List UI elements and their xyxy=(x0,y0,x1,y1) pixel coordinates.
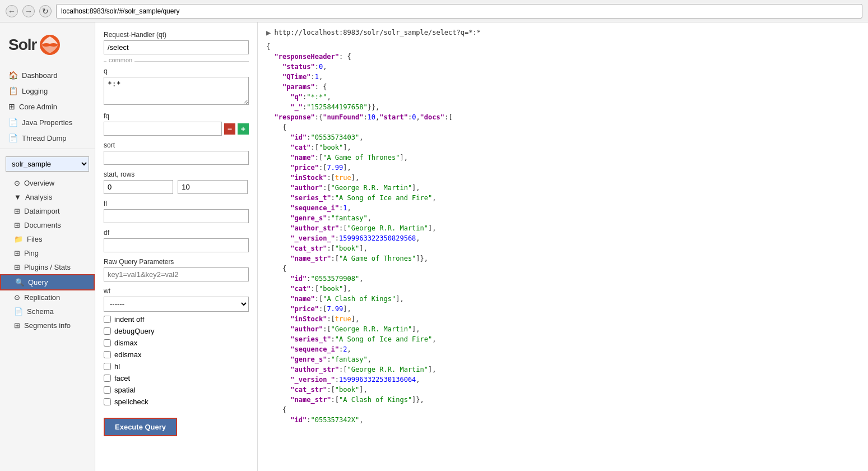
query-form-panel: Request-Handler (qt) common q *:* fq − +… xyxy=(95,22,258,471)
sidebar-item-logging[interactable]: 📋 Logging xyxy=(0,83,95,99)
debugquery-checkbox[interactable] xyxy=(104,327,111,335)
core-nav-plugins-stats[interactable]: ⊞ Plugins / Stats xyxy=(0,260,95,274)
raw-params-input[interactable] xyxy=(104,267,249,281)
facet-checkbox-row: facet xyxy=(104,374,249,382)
sort-label: sort xyxy=(104,141,249,149)
core-nav-documents[interactable]: ⊞ Documents xyxy=(0,218,95,232)
result-url-text: http://localhost:8983/solr/solr_sample/s… xyxy=(274,29,480,36)
hl-checkbox[interactable] xyxy=(104,363,111,370)
core-nav-dataimport[interactable]: ⊞ Dataimport xyxy=(0,204,95,218)
start-rows-row xyxy=(104,180,249,194)
core-nav-ping[interactable]: ⊞ Ping xyxy=(0,246,95,260)
fl-label: fl xyxy=(104,200,249,207)
core-nav-replication-label: Replication xyxy=(24,293,60,302)
sidebar-item-dashboard-label: Dashboard xyxy=(22,71,58,80)
sidebar-item-core-admin[interactable]: ⊞ Core Admin xyxy=(0,99,95,114)
fq-remove-button[interactable]: − xyxy=(224,123,235,135)
fq-input[interactable] xyxy=(104,122,222,136)
indent-checkbox-row: indent off xyxy=(104,315,249,324)
ping-icon: ⊞ xyxy=(14,249,20,257)
core-selector-container: solr_sample xyxy=(0,152,95,176)
spellcheck-label: spellcheck xyxy=(114,398,148,406)
core-nav: ⊙ Overview ▼ Analysis ⊞ Dataimport ⊞ Doc… xyxy=(0,176,95,333)
core-nav-overview-label: Overview xyxy=(24,179,54,187)
segments-info-icon: ⊞ xyxy=(14,321,20,330)
fq-label: fq xyxy=(104,112,249,120)
core-nav-overview[interactable]: ⊙ Overview xyxy=(0,176,95,190)
overview-icon: ⊙ xyxy=(14,179,20,187)
facet-checkbox[interactable] xyxy=(104,375,111,382)
core-nav-files-label: Files xyxy=(27,235,42,243)
core-nav-query-label: Query xyxy=(28,278,48,287)
debugquery-checkbox-row: debugQuery xyxy=(104,327,249,335)
spellcheck-checkbox-row: spellcheck xyxy=(104,398,249,406)
edismax-checkbox-row: edismax xyxy=(104,350,249,359)
q-label: q xyxy=(104,67,249,75)
spatial-checkbox[interactable] xyxy=(104,386,111,394)
core-nav-replication[interactable]: ⊙ Replication xyxy=(0,290,95,304)
core-nav-documents-label: Documents xyxy=(24,221,61,229)
fl-input[interactable] xyxy=(104,209,249,223)
core-nav-analysis-label: Analysis xyxy=(25,193,52,201)
core-nav-dataimport-label: Dataimport xyxy=(24,207,60,215)
q-input[interactable]: *:* xyxy=(104,77,249,105)
core-nav-schema-label: Schema xyxy=(27,307,54,316)
start-input[interactable] xyxy=(104,180,173,194)
dataimport-icon: ⊞ xyxy=(14,207,20,215)
core-admin-icon: ⊞ xyxy=(8,102,15,111)
spellcheck-checkbox[interactable] xyxy=(104,398,111,405)
wt-label: wt xyxy=(104,287,249,295)
files-icon: 📁 xyxy=(14,235,23,243)
address-bar[interactable] xyxy=(56,4,862,19)
app-container: Solr 🏠 Dashboard 📋 Logging ⊞ Core Admin … xyxy=(0,22,868,471)
edismax-checkbox[interactable] xyxy=(104,351,111,358)
dismax-checkbox[interactable] xyxy=(104,339,111,347)
core-nav-files[interactable]: 📁 Files xyxy=(0,232,95,246)
debugquery-label: debugQuery xyxy=(114,327,155,335)
refresh-button[interactable]: ↻ xyxy=(39,5,52,17)
fq-row: − + xyxy=(104,122,249,136)
sidebar-item-java-properties-label: Java Properties xyxy=(22,118,72,127)
logo: Solr xyxy=(0,28,95,67)
common-legend-label: common xyxy=(106,57,134,63)
indent-label: indent off xyxy=(114,315,144,324)
browser-chrome: ← → ↻ xyxy=(0,0,868,22)
forward-button[interactable]: → xyxy=(22,5,35,17)
sort-input[interactable] xyxy=(104,151,249,165)
logo-text: Solr xyxy=(8,36,36,54)
core-nav-analysis[interactable]: ▼ Analysis xyxy=(0,190,95,204)
fq-add-button[interactable]: + xyxy=(238,123,249,135)
df-input[interactable] xyxy=(104,238,249,252)
json-output-panel: ▶ http://localhost:8983/solr/solr_sample… xyxy=(258,22,868,471)
documents-icon: ⊞ xyxy=(14,221,20,229)
sidebar-item-thread-dump[interactable]: 📄 Thread Dump xyxy=(0,130,95,146)
indent-checkbox[interactable] xyxy=(104,316,111,323)
sidebar-item-dashboard[interactable]: 🏠 Dashboard xyxy=(0,67,95,83)
json-output: { "responseHeader": { "status":0, "QTime… xyxy=(266,41,860,425)
core-nav-schema[interactable]: 📄 Schema xyxy=(0,304,95,318)
plugins-stats-icon: ⊞ xyxy=(14,263,20,271)
sidebar-item-java-properties[interactable]: 📄 Java Properties xyxy=(0,114,95,130)
result-url-bar: ▶ http://localhost:8983/solr/solr_sample… xyxy=(266,28,860,37)
sidebar-item-thread-dump-label: Thread Dump xyxy=(22,134,66,142)
core-nav-ping-label: Ping xyxy=(24,249,39,257)
wt-select[interactable]: ------ json xml csv python ruby php phps xyxy=(104,297,249,312)
raw-params-label: Raw Query Parameters xyxy=(104,258,249,266)
start-rows-label: start, rows xyxy=(104,170,249,178)
solr-logo-icon xyxy=(39,34,61,56)
dismax-label: dismax xyxy=(114,339,137,347)
core-nav-query[interactable]: 🔍 Query xyxy=(0,274,95,290)
df-label: df xyxy=(104,229,249,237)
dashboard-icon: 🏠 xyxy=(8,71,18,80)
dismax-checkbox-row: dismax xyxy=(104,339,249,347)
rows-input[interactable] xyxy=(178,180,247,194)
hl-checkbox-row: hl xyxy=(104,362,249,371)
back-button[interactable]: ← xyxy=(6,5,18,17)
core-nav-segments-info[interactable]: ⊞ Segments info xyxy=(0,318,95,333)
execute-query-button[interactable]: Execute Query xyxy=(104,418,177,436)
query-icon: 🔍 xyxy=(15,278,24,287)
common-section: common xyxy=(104,61,249,62)
core-selector[interactable]: solr_sample xyxy=(6,156,89,172)
sidebar-nav: 🏠 Dashboard 📋 Logging ⊞ Core Admin 📄 Jav… xyxy=(0,67,95,146)
handler-input[interactable] xyxy=(104,40,249,54)
